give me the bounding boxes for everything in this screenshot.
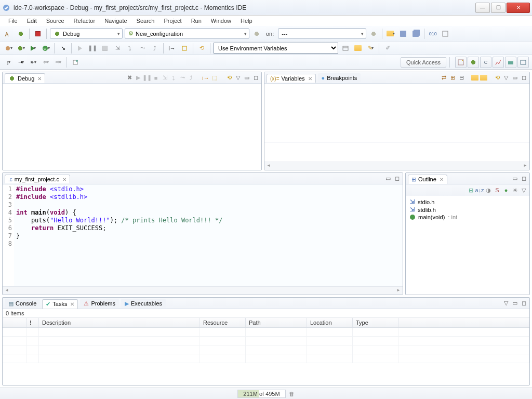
menu-refactor[interactable]: Refactor <box>70 17 100 25</box>
debug-stepover-icon[interactable]: ⤳ <box>179 74 186 82</box>
col-resource[interactable]: Resource <box>200 318 246 327</box>
debug-stepret-icon[interactable]: ⤴ <box>188 74 195 82</box>
debug-pause-icon[interactable]: ❚❚ <box>143 74 151 82</box>
step-over-icon[interactable]: ⤳ <box>137 43 148 54</box>
minimize-view-icon[interactable]: ▭ <box>511 74 518 82</box>
close-icon[interactable]: ✕ <box>70 301 74 307</box>
outline-hidestatic-icon[interactable]: S <box>494 187 501 194</box>
vars-tree-icon[interactable]: ⊞ <box>449 74 456 82</box>
view-menu-icon[interactable]: ▽ <box>520 187 527 194</box>
maximize-view-icon[interactable]: ◻ <box>520 175 527 182</box>
build-icon[interactable] <box>3 29 14 39</box>
menu-help[interactable]: Help <box>236 17 257 25</box>
skip-breakpoints-icon[interactable]: ▾ <box>3 43 14 54</box>
target-gear-icon[interactable] <box>368 29 379 39</box>
launch-config-combo[interactable]: ⚙New_configuration <box>125 28 249 39</box>
minimize-view-icon[interactable]: ▭ <box>511 175 518 182</box>
minimize-view-icon[interactable]: ▭ <box>243 74 250 82</box>
outline-sort-icon[interactable]: a↓z <box>476 187 483 194</box>
outline-item[interactable]: main(void): int <box>410 214 525 221</box>
outline-link-icon[interactable]: ✳ <box>511 187 518 194</box>
profiling-perspective-icon[interactable] <box>493 57 504 68</box>
col-type[interactable]: Type <box>353 318 398 327</box>
open-folder2-icon[interactable] <box>353 43 363 54</box>
menu-source[interactable]: Source <box>42 17 69 25</box>
debug-drop-icon[interactable]: ⬚ <box>211 74 218 82</box>
debug-disc-icon[interactable]: ⇲ <box>161 74 168 82</box>
tasks-tab[interactable]: ✔Tasks✕ <box>42 299 78 309</box>
trash-icon[interactable]: 🗑 <box>289 391 295 397</box>
executables-tab[interactable]: ▶Executables <box>121 299 166 308</box>
debug-remove-icon[interactable]: ✖ <box>126 74 133 82</box>
col-blank[interactable] <box>3 318 26 327</box>
minimize-button[interactable]: — <box>475 3 490 13</box>
restart-icon[interactable]: ⟲ <box>196 43 207 54</box>
editor-tab[interactable]: .cmy_first_project.c✕ <box>5 175 70 183</box>
nav-prev-icon[interactable]: ⇤▾ <box>28 57 38 68</box>
coverage-dropdown-icon[interactable]: c▾ <box>41 43 51 54</box>
open-perspective-icon[interactable] <box>455 57 467 68</box>
var-table-icon[interactable] <box>340 43 351 54</box>
close-icon[interactable]: ✕ <box>37 76 42 82</box>
outline-tree[interactable]: ⇲stdio.h ⇲stdlib.h main(void): int <box>406 196 529 223</box>
outline-tab[interactable]: ⊞Outline✕ <box>408 175 447 184</box>
vars-collapse-icon[interactable]: ⊟ <box>458 74 465 82</box>
outline-collapse-icon[interactable]: ⊟ <box>467 187 474 194</box>
close-icon[interactable]: ✕ <box>440 177 444 182</box>
debug-perspective-icon[interactable] <box>468 57 479 68</box>
nav1-icon[interactable]: ↕▾ <box>3 57 14 68</box>
step-return-icon[interactable]: ⤴ <box>150 43 160 54</box>
memory-perspective-icon[interactable] <box>505 57 516 68</box>
menu-file[interactable]: File <box>4 17 22 25</box>
menu-search[interactable]: Search <box>132 17 159 25</box>
view-menu-icon[interactable]: ▽ <box>502 300 510 307</box>
maximize-view-icon[interactable]: ◻ <box>393 175 401 182</box>
code-area[interactable]: #include <stdio.h> #include <stdlib.h> i… <box>14 184 403 286</box>
maximize-button[interactable]: ☐ <box>491 3 506 13</box>
vars-new-icon[interactable] <box>471 74 478 82</box>
variables-tab[interactable]: (x)=Variables✕ <box>267 74 316 83</box>
close-button[interactable]: ✕ <box>507 3 530 13</box>
back-icon[interactable]: ⇦▾ <box>41 57 51 68</box>
config-gear-icon[interactable] <box>251 29 262 39</box>
arrow-tool-icon[interactable]: ↘ <box>58 43 68 54</box>
nav-next-icon[interactable]: ⇥▾ <box>16 57 26 68</box>
view-menu-icon[interactable]: ▽ <box>234 74 242 82</box>
terminate2-icon[interactable] <box>100 43 110 54</box>
run-dropdown-icon[interactable]: ▾ <box>28 43 38 54</box>
toggle-hex-icon[interactable]: 010 <box>428 29 438 39</box>
maximize-view-icon[interactable]: ◻ <box>520 74 527 82</box>
close-icon[interactable]: ✕ <box>62 177 66 182</box>
console-tab[interactable]: ▤Console <box>5 299 40 308</box>
code-editor[interactable]: 12345678 #include <stdio.h> #include <st… <box>3 184 403 286</box>
maximize-view-icon[interactable]: ◻ <box>520 300 527 307</box>
vars-typecol-icon[interactable]: ⇄ <box>440 74 447 82</box>
target-combo[interactable]: --- <box>278 28 366 39</box>
outline-item[interactable]: ⇲stdlib.h <box>410 206 525 214</box>
brush-icon[interactable]: ✐ <box>382 43 393 54</box>
env-vars-select[interactable]: Use Environment Variables <box>214 43 338 54</box>
col-priority[interactable]: ! <box>26 318 39 327</box>
view-menu-icon[interactable]: ▽ <box>502 74 510 82</box>
minimize-view-icon[interactable]: ▭ <box>511 300 518 307</box>
terminate-button[interactable] <box>33 29 43 39</box>
quick-access-button[interactable]: Quick Access <box>401 57 446 68</box>
debug-restart-icon[interactable]: ⟲ <box>225 74 233 82</box>
maximize-view-icon[interactable]: ◻ <box>252 74 259 82</box>
menu-window[interactable]: Window <box>207 17 235 25</box>
resume-icon[interactable] <box>75 43 85 54</box>
menu-edit[interactable]: Edit <box>23 17 41 25</box>
breakpoints-tab[interactable]: ●Breakpoints <box>318 73 361 82</box>
vars-restart-icon[interactable]: ⟲ <box>494 74 501 82</box>
step-into-icon[interactable]: ⤵ <box>125 43 135 54</box>
outline-hidefields-icon[interactable]: ◑ <box>485 187 492 194</box>
menu-navigate[interactable]: Navigate <box>100 17 131 25</box>
col-path[interactable]: Path <box>246 318 307 327</box>
forward-icon[interactable]: ⇨▾ <box>53 57 63 68</box>
pin-editor-icon[interactable] <box>70 57 81 68</box>
debug-bug-icon[interactable] <box>16 29 26 39</box>
menu-project[interactable]: Project <box>159 17 185 25</box>
disconnect-icon[interactable]: ⇲ <box>112 43 123 54</box>
outline-hidenonpub-icon[interactable]: ● <box>502 187 510 194</box>
suspend-icon[interactable]: ❚❚ <box>87 43 98 54</box>
